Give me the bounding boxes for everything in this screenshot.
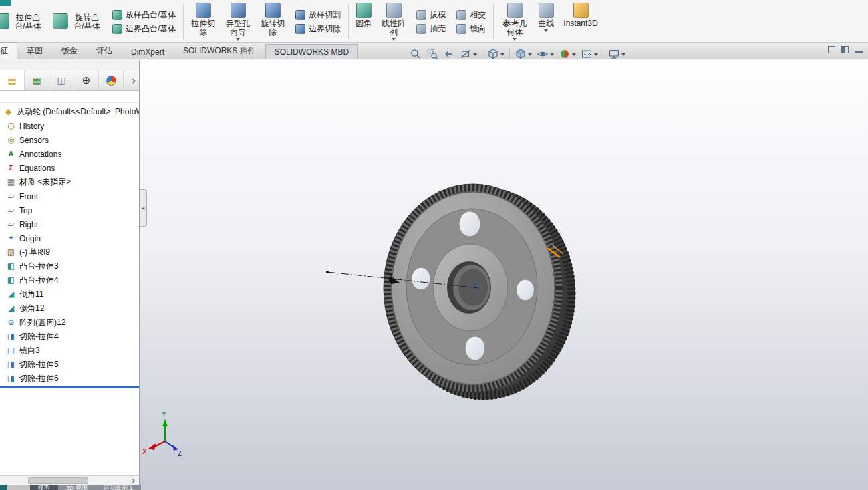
tree-item-boss-extrude4[interactable]: 凸台-拉伸4 xyxy=(0,273,139,287)
tree-item-origin[interactable]: Origin xyxy=(0,231,139,245)
instant3d-icon xyxy=(573,3,589,18)
tab-features[interactable]: 特征 xyxy=(0,42,17,59)
gear-model[interactable] xyxy=(384,184,575,400)
mirror-icon xyxy=(456,24,466,34)
tab-solidworks-addins[interactable]: SOLIDWORKS 插件 xyxy=(174,42,265,59)
feature-tree: 从动轮 (Default<<Default>_PhotoW History Se… xyxy=(0,103,139,475)
ribbon-separator xyxy=(493,4,494,39)
revolve-cut-button[interactable]: 旋转切除 xyxy=(255,1,290,42)
rollback-bar[interactable] xyxy=(0,386,139,388)
pane-toggle-right-icon[interactable] xyxy=(841,46,849,53)
reference-geometry-button[interactable]: 参考几何体 xyxy=(496,1,533,42)
tab-label: DimXpert xyxy=(131,47,164,57)
extrude-cut-label: 拉伸切除 xyxy=(190,19,216,37)
extrude-boss-button[interactable]: 拉伸凸台/基体 xyxy=(0,1,48,42)
tree-item-circular-pattern12[interactable]: 阵列(圆周)12 xyxy=(0,316,139,330)
ribbon-separator xyxy=(183,4,184,39)
tab-evaluate[interactable]: 评估 xyxy=(87,42,122,59)
shell-button[interactable]: 抽壳 xyxy=(414,23,448,35)
3d-views-tab[interactable]: 3D 视图 xyxy=(58,485,96,490)
feature-manager-tab[interactable] xyxy=(0,70,25,90)
model-tab[interactable]: 模型 xyxy=(30,485,58,490)
linear-pattern-button[interactable]: 线性阵列 xyxy=(376,1,411,42)
intersect-button[interactable]: 相交 xyxy=(454,9,488,21)
view-settings-button[interactable] xyxy=(606,47,627,62)
tree-item-label: Front xyxy=(19,192,38,201)
scrollbar-right-arrow-icon[interactable] xyxy=(129,476,138,485)
tab-sketch[interactable]: 草图 xyxy=(17,42,52,59)
tree-root-part[interactable]: 从动轮 (Default<<Default>_PhotoW xyxy=(0,105,139,119)
origin-icon xyxy=(6,233,16,243)
property-manager-tab[interactable] xyxy=(25,70,49,90)
tree-item-boss-extrude3[interactable]: 凸台-拉伸3 xyxy=(0,259,139,273)
tab-sheet-metal[interactable]: 钣金 xyxy=(52,42,87,59)
display-manager-tab[interactable] xyxy=(99,70,124,90)
reference-geometry-icon xyxy=(507,3,523,18)
tree-item-equations[interactable]: Equations xyxy=(0,161,139,175)
display-style-button[interactable] xyxy=(513,47,534,62)
panel-collapse-handle[interactable] xyxy=(140,189,147,227)
tree-item-top-plane[interactable]: Top xyxy=(0,203,139,217)
tree-item-right-plane[interactable]: Right xyxy=(0,217,139,231)
pane-toggle-left-icon[interactable] xyxy=(828,46,835,53)
tree-item-annotations[interactable]: Annotations xyxy=(0,147,139,161)
motion-study-tab[interactable]: 运动算例 1 xyxy=(96,485,141,490)
boundary-boss-button[interactable]: 边界凸台/基体 xyxy=(110,23,178,35)
tree-filter-row[interactable] xyxy=(0,91,139,103)
panel-expand-chevron-icon[interactable] xyxy=(128,70,139,90)
dimxpert-manager-tab[interactable] xyxy=(74,70,99,90)
tree-item-cut-extrude5[interactable]: 切除-拉伸5 xyxy=(0,358,139,372)
tree-item-material[interactable]: 材质 <未指定> xyxy=(0,175,139,189)
boss-extrude-icon xyxy=(6,275,16,285)
features-ribbon: 拉伸凸台/基体 旋转凸台/基体 放样凸台/基体 边界凸台/基体 拉伸切除 异型孔… xyxy=(0,0,868,43)
tree-item-mirror3[interactable]: 镜向3 xyxy=(0,344,139,358)
extrude-cut-button[interactable]: 拉伸切除 xyxy=(186,1,221,42)
fillet-button[interactable]: 圆角 xyxy=(351,1,376,42)
section-view-button[interactable] xyxy=(458,47,479,62)
feature-manager-panel: 从动轮 (Default<<Default>_PhotoW History Se… xyxy=(0,60,140,485)
configuration-manager-tab[interactable] xyxy=(49,70,74,90)
zoom-fit-button[interactable] xyxy=(408,47,424,62)
instant3d-button[interactable]: Instant3D xyxy=(559,1,602,42)
hide-show-items-button[interactable] xyxy=(535,47,556,62)
zoom-area-button[interactable] xyxy=(424,47,440,62)
tree-item-label: 切除-拉伸4 xyxy=(19,331,59,342)
tree-item-history[interactable]: History xyxy=(0,119,139,133)
draft-icon xyxy=(416,10,426,20)
loft-cut-button[interactable]: 放样切割 xyxy=(293,9,343,21)
tree-item-cut-extrude4[interactable]: 切除-拉伸4 xyxy=(0,330,139,344)
tree-item-chamfer12[interactable]: 倒角12 xyxy=(0,301,139,316)
view-orientation-button[interactable] xyxy=(485,47,507,62)
panel-horizontal-scrollbar[interactable] xyxy=(0,475,139,485)
boundary-cut-label: 边界切除 xyxy=(309,25,341,33)
apply-scene-button[interactable] xyxy=(579,47,600,62)
tree-item-label: 材质 <未指定> xyxy=(19,176,71,188)
tree-item-cut-extrude6[interactable]: 切除-拉伸6 xyxy=(0,372,139,386)
property-manager-icon xyxy=(31,75,43,86)
revolve-boss-label: 旋转凸台/基体 xyxy=(71,13,102,31)
tab-label: 钣金 xyxy=(61,46,78,55)
tree-item-label: 倒角11 xyxy=(19,289,43,300)
edit-appearance-button[interactable] xyxy=(557,47,578,62)
tree-item-chamfer11[interactable]: 倒角11 xyxy=(0,287,139,301)
tree-item-label: Right xyxy=(19,220,38,229)
boundary-cut-button[interactable]: 边界切除 xyxy=(293,23,343,35)
extrude-boss-label: 拉伸凸台/基体 xyxy=(13,13,43,31)
intersect-label: 相交 xyxy=(470,11,486,19)
mirror-button[interactable]: 镜向 xyxy=(454,23,488,35)
circular-pattern-icon xyxy=(6,318,16,328)
loft-boss-button[interactable]: 放样凸台/基体 xyxy=(110,9,178,21)
tree-item-sensors[interactable]: Sensors xyxy=(0,133,139,147)
boss-small-group: 放样凸台/基体 边界凸台/基体 xyxy=(107,1,181,42)
draft-button[interactable]: 拔模 xyxy=(414,9,448,21)
collapse-ribbon-icon[interactable] xyxy=(855,51,863,53)
previous-view-button[interactable] xyxy=(441,47,457,62)
tab-solidworks-mbd[interactable]: SOLIDWORKS MBD xyxy=(265,44,358,59)
tab-dimxpert[interactable]: DimXpert xyxy=(122,44,174,59)
revolve-boss-button[interactable]: 旋转凸台/基体 xyxy=(48,1,107,42)
curves-button[interactable]: 曲线 xyxy=(533,1,559,42)
tree-item-sketch9[interactable]: (-) 草图9 xyxy=(0,245,139,259)
scrollbar-thumb[interactable] xyxy=(28,477,88,484)
hole-wizard-button[interactable]: 异型孔向导 xyxy=(221,1,255,42)
tree-item-front-plane[interactable]: Front xyxy=(0,189,139,203)
